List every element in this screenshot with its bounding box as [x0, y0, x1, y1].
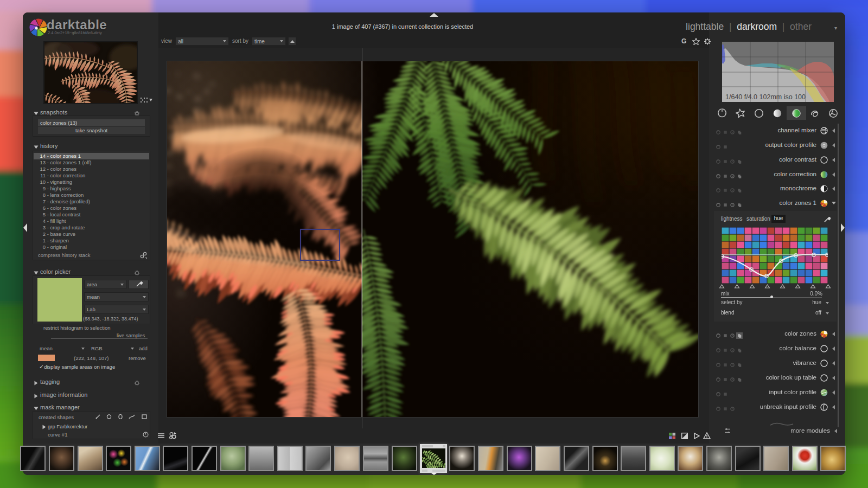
svg-text:1/640 f/4.0 102mm iso 100: 1/640 f/4.0 102mm iso 100	[725, 93, 806, 101]
svg-text:G: G	[681, 37, 686, 45]
